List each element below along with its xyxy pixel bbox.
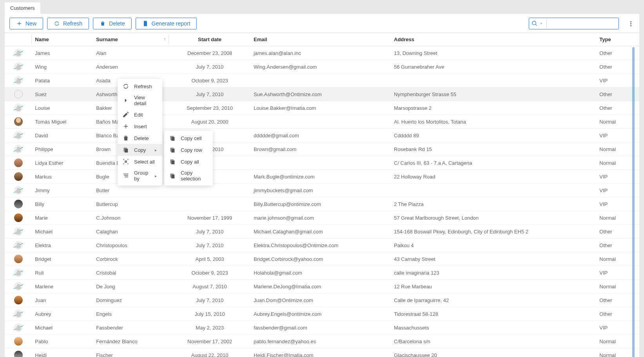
- ctx-copy[interactable]: Copy ▸: [118, 144, 162, 156]
- cell-avatar: [5, 156, 32, 170]
- cell-email: [250, 156, 391, 170]
- cell-email: Wing.Andersen@gmail.com: [250, 60, 391, 74]
- search-icon: [532, 20, 538, 27]
- table-row[interactable]: MichaelCalaghanJuly 7, 2010Michael.Calag…: [5, 225, 639, 239]
- table-row[interactable]: RuliCristobalOctober 9, 2023Holahola@gma…: [5, 266, 639, 280]
- delete-button[interactable]: Delete: [93, 18, 131, 29]
- new-button[interactable]: New: [9, 18, 43, 29]
- ctx-group-by[interactable]: Group by ▸: [118, 168, 162, 184]
- cell-avatar: [5, 307, 32, 321]
- ctx-copy-cell-label: Copy cell: [181, 135, 201, 141]
- cell-address: [391, 184, 596, 197]
- ctx-select-all[interactable]: Select all: [118, 156, 162, 168]
- cell-start-date: July 7, 2010: [169, 239, 250, 252]
- cell-address: calle imaginaria 123: [391, 266, 596, 280]
- cell-avatar: [5, 348, 32, 357]
- cell-start-date: May 2, 2023: [169, 321, 250, 335]
- search-input[interactable]: [546, 20, 616, 27]
- cell-address: 56 Gurranebraher Ave: [391, 60, 596, 74]
- table-row[interactable]: MarkusBugleMark.Bugle@ontimize.com22 Hol…: [5, 170, 639, 184]
- cell-email: Elektra.Christopoulos@Ontimize.com: [250, 239, 391, 252]
- ctx-delete-label: Delete: [134, 135, 149, 141]
- cell-start-date: August 20, 2000: [169, 115, 250, 129]
- ctx-copy-cell[interactable]: Copy cell: [164, 132, 213, 144]
- ctx-edit-label: Edit: [134, 112, 143, 118]
- ctx-copy-selection[interactable]: Copy selection: [164, 168, 213, 184]
- col-header-surname[interactable]: Surname ↑: [93, 33, 169, 46]
- new-button-label: New: [25, 20, 36, 27]
- avatar: [14, 90, 23, 98]
- cell-start-date: July 15, 2010: [169, 307, 250, 321]
- cell-name: Philippe: [32, 142, 93, 156]
- table-row[interactable]: JuanDominguezJuly 7, 2010Juan.Dom@Ontimi…: [5, 293, 639, 307]
- table-row[interactable]: PhilippeBrownJuly 7, 2010Brown@gmail.com…: [5, 142, 639, 156]
- trash-icon: [100, 20, 106, 27]
- avatar: [14, 268, 23, 277]
- tab-customers[interactable]: Customers: [5, 2, 40, 14]
- copy-icon: [169, 135, 176, 142]
- toolbar: New Refresh Delete Generate report: [5, 14, 639, 33]
- search-box[interactable]: [529, 18, 619, 29]
- refresh-button[interactable]: Refresh: [47, 18, 89, 29]
- table-row[interactable]: ElektraChristopoulosJuly 7, 2010Elektra.…: [5, 239, 639, 252]
- cell-avatar: [5, 142, 32, 156]
- cell-email: Holahola@gmail.com: [250, 266, 391, 280]
- cell-start-date: August 7, 2010: [169, 280, 250, 293]
- cell-email: Brown@gmail.com: [250, 142, 391, 156]
- table-row[interactable]: PatataAsadaOctober 9, 2023VIP: [5, 74, 639, 87]
- more-menu-button[interactable]: [627, 21, 635, 26]
- table-row[interactable]: SuezAshworthJuly 7, 2010Sue.Ashworth@Ont…: [5, 87, 639, 101]
- ctx-copy-all[interactable]: Copy all: [164, 156, 213, 168]
- col-header-type[interactable]: Type: [596, 33, 639, 46]
- cell-name: Heidi: [32, 348, 93, 357]
- ctx-select-all-label: Select all: [134, 159, 155, 165]
- chevron-down-icon[interactable]: [539, 22, 543, 26]
- ctx-copy-label: Copy: [134, 147, 146, 153]
- table-row[interactable]: HeidiFischerAugust 22, 2010Heidi.Fischer…: [5, 348, 639, 357]
- ctx-insert[interactable]: Insert: [118, 120, 162, 132]
- avatar: [14, 255, 23, 263]
- avatar: [14, 296, 23, 304]
- ctx-edit[interactable]: Edit: [118, 109, 162, 120]
- copy-icon: [169, 158, 176, 165]
- generate-report-button[interactable]: Generate report: [136, 18, 197, 29]
- col-header-email[interactable]: Email: [250, 33, 391, 46]
- ctx-refresh[interactable]: Refresh: [118, 80, 162, 92]
- col-header-address[interactable]: Address: [391, 33, 596, 46]
- table-row[interactable]: WingAndersenJuly 7, 2010Wing.Andersen@gm…: [5, 60, 639, 74]
- table-row[interactable]: PabloFernández BlancoNovember 17, 2002pa…: [5, 335, 639, 348]
- col-header-avatar[interactable]: [5, 33, 32, 46]
- cell-surname: Cristobal: [93, 266, 169, 280]
- table-row[interactable]: AubreyEngelsJuly 15, 2010Aubrey.Engels@o…: [5, 307, 639, 321]
- table-row[interactable]: LouiseBakkerSeptember 23, 2010Louise.Bak…: [5, 101, 639, 115]
- copy-icon: [169, 172, 176, 179]
- cell-email: Mark.Bugle@ontimize.com: [250, 170, 391, 184]
- ctx-refresh-label: Refresh: [134, 84, 152, 89]
- ctx-delete[interactable]: Delete: [118, 132, 162, 144]
- table-row[interactable]: BillyButtercupBilly.Buttercup@ontimize.c…: [5, 197, 639, 211]
- table-row[interactable]: Tomás MiguelBaños MárquezAugust 20, 2000…: [5, 115, 639, 129]
- cell-email: ddddde@gmail.com: [250, 129, 391, 142]
- ctx-copy-row[interactable]: Copy row: [164, 144, 213, 156]
- cell-email: pablo.fernandez@yahoo.es: [250, 335, 391, 348]
- cell-surname: Engels: [93, 307, 169, 321]
- table-row[interactable]: BridgetCorbirockApril 5, 2003Bridget.Cor…: [5, 252, 639, 266]
- cell-name: Michael: [32, 225, 93, 239]
- ctx-view-detail[interactable]: View detail: [118, 92, 162, 109]
- cell-address: 57 Great Marlborough Street, London: [391, 211, 596, 225]
- col-header-start-date[interactable]: Start date: [169, 33, 250, 46]
- table-row[interactable]: JimmyButlerjimmybuckets@gmail.comVIP: [5, 184, 639, 197]
- table-row[interactable]: MichaelFassbenderMay 2, 2023fassbender@g…: [5, 321, 639, 335]
- table-row[interactable]: MarleneDe JongAugust 7, 2010Marlene.DeJo…: [5, 280, 639, 293]
- cell-surname: Corbirock: [93, 252, 169, 266]
- cell-name: James: [32, 46, 93, 60]
- context-submenu-copy: Copy cell Copy row Copy all Copy selecti…: [164, 131, 213, 186]
- cell-name: Aubrey: [32, 307, 93, 321]
- table-row[interactable]: DavidBlanco Baladrónddddde@gmail.comCddd…: [5, 129, 639, 142]
- scrollbar[interactable]: [632, 47, 635, 357]
- cell-name: Suez: [32, 87, 93, 101]
- col-header-name[interactable]: Name: [32, 33, 93, 46]
- table-row[interactable]: MarieC.JohnsonNovember 17, 1999marie.joh…: [5, 211, 639, 225]
- table-row[interactable]: JamesAlanDecember 23, 2008james.alan@ala…: [5, 46, 639, 60]
- table-row[interactable]: Lidya EstherBuendía LorenteC/ Carlos III…: [5, 156, 639, 170]
